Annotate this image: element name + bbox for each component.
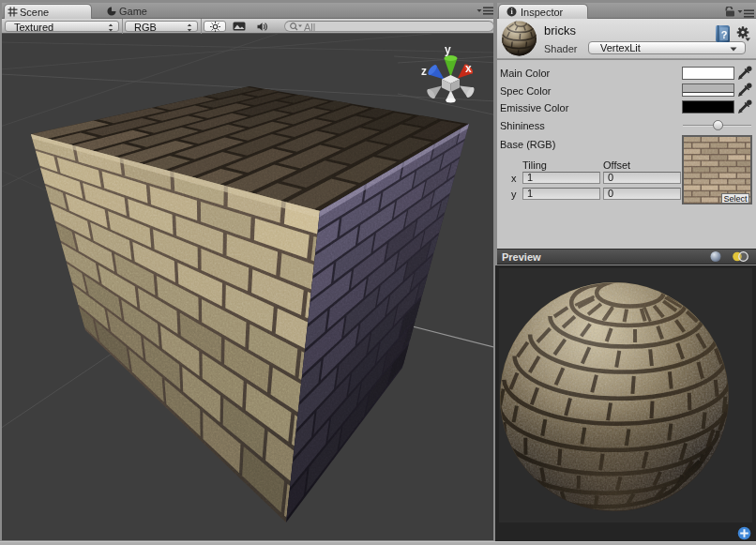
svg-text:?: ? <box>721 29 728 40</box>
svg-text:y: y <box>445 43 451 56</box>
svg-text:x: x <box>465 62 472 75</box>
svg-text:z: z <box>421 65 427 78</box>
